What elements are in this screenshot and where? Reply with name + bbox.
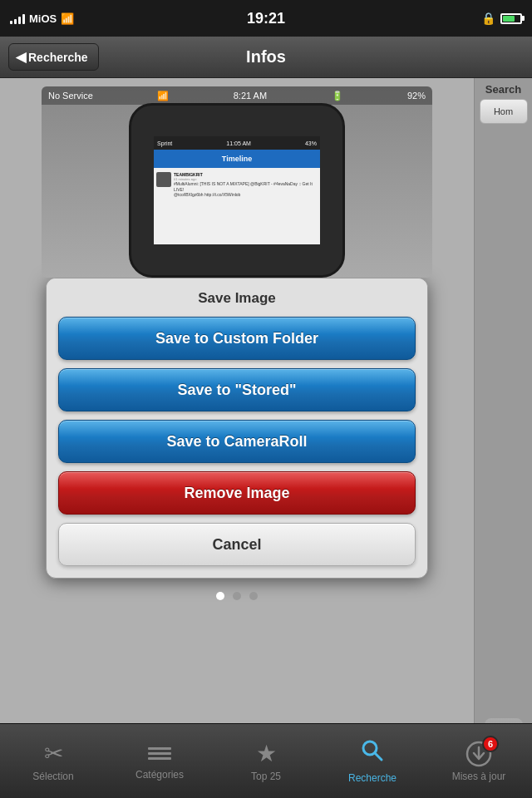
cancel-button[interactable]: Cancel [58, 523, 416, 566]
status-right: 🔒 [481, 12, 522, 25]
modal-dialog: Save Image Save to Custom Folder Save to… [46, 278, 428, 579]
back-button[interactable]: ◀ Recherche [8, 43, 99, 71]
back-label: Recherche [28, 51, 88, 64]
signal-bar-2 [14, 19, 17, 24]
nav-bar: ◀ Recherche Infos [0, 37, 532, 78]
updates-badge: 6 [482, 736, 499, 752]
status-time: 19:21 [247, 10, 285, 27]
inner-battery-icon: 🔋 [332, 91, 343, 101]
tab-updates-label: Mises à jour [452, 771, 506, 782]
tab-top25[interactable]: ★ Top 25 [213, 733, 319, 789]
main-content: No Service 📶 8:21 AM 🔋 92% Sprint 11:05 … [0, 78, 532, 765]
signal-bar-1 [10, 21, 12, 24]
right-panel: Search Hom 🗑 [474, 78, 532, 765]
remove-image-button[interactable]: Remove Image [58, 471, 416, 515]
tweet-text: #MultiAlumni: [THIS IS NOT A MIXTAPE] @B… [174, 181, 318, 192]
phone-app-bar: Timeline [154, 150, 320, 168]
search-panel-label: Search [485, 83, 521, 96]
save-custom-folder-button[interactable]: Save to Custom Folder [58, 317, 416, 360]
tweet-avatar [156, 172, 171, 187]
inner-time: 8:21 AM [234, 91, 267, 101]
dot-1 [216, 592, 224, 600]
carrier-label: MiOS [29, 12, 57, 25]
tab-updates[interactable]: 6 Mises à jour [426, 734, 532, 789]
tab-categories[interactable]: Catégories [106, 736, 213, 787]
tweet-url: @tco/lBXlgz6bh http://t.co/X5Winlob [174, 192, 318, 198]
tab-recherche[interactable]: Recherche [319, 732, 426, 791]
tab-recherche-label: Recherche [348, 772, 397, 784]
left-panel: No Service 📶 8:21 AM 🔋 92% Sprint 11:05 … [0, 78, 474, 765]
phone-inner-carrier: Sprint [157, 140, 172, 146]
inner-status-bar: No Service 📶 8:21 AM 🔋 92% [42, 86, 432, 105]
dot-3 [249, 592, 258, 600]
save-camera-roll-button[interactable]: Save to CameraRoll [58, 420, 416, 463]
inner-service: No Service [48, 91, 93, 101]
phone-inner-status: Sprint 11:05 AM 43% [154, 136, 320, 150]
back-chevron: ◀ [16, 49, 26, 65]
save-stored-button[interactable]: Save to "Stored" [58, 368, 416, 411]
inner-wifi: 📶 [157, 91, 169, 101]
modal-buttons: Save to Custom Folder Save to "Stored" S… [47, 317, 427, 578]
signal-bars [10, 12, 25, 24]
signal-bar-3 [18, 17, 21, 24]
signal-bar-4 [22, 14, 25, 24]
scissors-icon: ✂ [44, 740, 63, 767]
phone-screenshot: No Service 📶 8:21 AM 🔋 92% Sprint 11:05 … [42, 86, 432, 278]
phone-app-name: Timeline [222, 155, 252, 163]
tab-categories-label: Catégories [135, 769, 184, 781]
wifi-icon: 📶 [61, 12, 74, 25]
svg-line-1 [375, 753, 382, 760]
modal-title: Save Image [47, 278, 427, 317]
nav-title: Infos [246, 47, 286, 66]
tweet-body: TEAMBIGKRIT #1 minutes ago #MultiAlumni:… [174, 172, 318, 198]
home-button[interactable]: Hom [480, 99, 528, 124]
inner-battery-pct: 92% [407, 91, 426, 101]
tab-top25-label: Top 25 [251, 771, 281, 782]
download-icon-wrap: 6 [466, 741, 492, 767]
phone-screen-content: TEAMBIGKRIT #1 minutes ago #MultiAlumni:… [154, 168, 320, 244]
tab-bar: ✂ Sélection Catégories ★ Top 25 Recherch… [0, 723, 532, 798]
phone-device: Sprint 11:05 AM 43% Timeline TEAMBIGKRIT… [129, 103, 345, 278]
dots-row [216, 579, 258, 607]
phone-inner-battery: 43% [305, 140, 317, 146]
home-label: Hom [494, 106, 513, 116]
dot-2 [233, 592, 241, 600]
lock-icon: 🔒 [481, 12, 495, 25]
star-icon: ★ [256, 740, 277, 767]
search-icon [360, 738, 385, 769]
status-bar: MiOS 📶 19:21 🔒 [0, 0, 532, 37]
tab-selection[interactable]: ✂ Sélection [0, 733, 106, 789]
battery-icon [500, 13, 522, 24]
status-left: MiOS 📶 [10, 12, 74, 25]
battery-fill [503, 16, 515, 22]
tray-icon [146, 742, 173, 766]
tab-selection-label: Sélection [32, 771, 73, 782]
tray-line-3 [148, 757, 171, 760]
phone-screen: Sprint 11:05 AM 43% Timeline TEAMBIGKRIT… [154, 136, 320, 244]
tweet-row: TEAMBIGKRIT #1 minutes ago #MultiAlumni:… [156, 170, 318, 200]
tray-line-2 [148, 752, 171, 755]
phone-inner-time: 11:05 AM [226, 140, 251, 146]
tray-line-1 [148, 747, 171, 750]
